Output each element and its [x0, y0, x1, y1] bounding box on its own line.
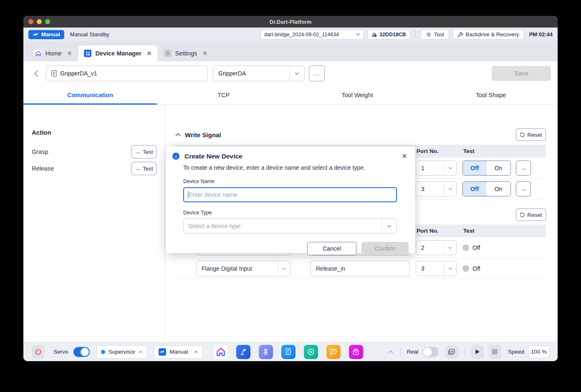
window-title: Dr.Dart-Platform — [23, 19, 558, 25]
device-type-selector[interactable]: GripperDA — [213, 65, 305, 81]
release-test-button[interactable]: → Test — [131, 162, 157, 175]
simulator-3d-button[interactable]: 3D — [445, 345, 458, 359]
app-dock — [214, 345, 363, 359]
port-selector[interactable]: 2 — [416, 240, 457, 255]
robot-id-chip[interactable]: 32DD18CB — [367, 30, 410, 40]
tool-button[interactable]: Tool — [421, 29, 449, 40]
device-name-field[interactable] — [46, 65, 208, 81]
on-button[interactable]: On — [486, 182, 510, 196]
servo-power-button[interactable] — [32, 345, 44, 359]
jog-pendant-app-icon[interactable] — [259, 345, 273, 359]
device-file-input[interactable] — [60, 70, 202, 77]
robot-mode-selector[interactable]: Manual — [154, 345, 202, 359]
signal-state-indicator — [462, 244, 469, 251]
reset-icon — [520, 212, 525, 218]
mode-badge[interactable]: Manual — [28, 30, 64, 39]
real-mode-toggle[interactable] — [422, 347, 439, 357]
svg-text:3D: 3D — [451, 350, 454, 353]
action-label: Grasp — [32, 148, 48, 155]
close-dialog-icon[interactable]: ✕ — [400, 152, 409, 160]
tab-home[interactable]: Home ✕ — [28, 45, 78, 61]
subtab-tool-shape[interactable]: Tool Shape — [424, 85, 558, 104]
project-selector[interactable]: dart-bridge_2024-09-02_114634 — [260, 30, 364, 40]
off-on-toggle: Off On — [462, 181, 511, 196]
task-writer-app-icon[interactable] — [281, 345, 296, 359]
tab-settings[interactable]: Settings ✕ — [158, 45, 213, 61]
stop-icon — [492, 349, 498, 354]
text-caret — [188, 191, 188, 199]
divider — [415, 31, 416, 38]
action-row-grasp: Grasp → Test — [32, 145, 157, 158]
send-signal-button[interactable]: → — [516, 161, 531, 176]
real-mode-label: Real — [407, 349, 418, 355]
role-status-dot — [101, 350, 105, 354]
robot-arm-app-icon[interactable] — [236, 345, 250, 359]
home-app-icon[interactable] — [214, 345, 228, 359]
clock: PM 02:44 — [529, 31, 553, 38]
io-type-selector[interactable]: Flange Digital Input — [196, 261, 290, 276]
off-button[interactable]: Off — [462, 181, 487, 196]
robot-lock-icon — [371, 32, 377, 38]
send-signal-button[interactable]: → — [516, 181, 531, 196]
action-panel-title: Action — [32, 129, 157, 136]
chevron-down-icon — [289, 66, 299, 81]
mode-status-text: Manual Standby — [70, 31, 109, 38]
back-button[interactable] — [30, 65, 43, 81]
divider — [465, 347, 465, 357]
subtab-communication[interactable]: Communication — [23, 85, 157, 104]
port-selector[interactable]: 1 — [416, 161, 457, 176]
chevron-down-icon — [356, 33, 360, 36]
role-selector[interactable]: Supervisor — [96, 345, 148, 359]
confirm-button[interactable]: Confirm — [361, 242, 409, 255]
write-signal-header: Write Signal Reset — [175, 128, 546, 141]
signal-name-input[interactable] — [311, 261, 410, 276]
close-tab-icon[interactable]: ✕ — [67, 50, 72, 57]
on-button[interactable]: On — [486, 161, 510, 175]
cancel-button[interactable]: Cancel — [307, 242, 356, 255]
stop-button[interactable] — [489, 345, 501, 359]
speed-label: Speed — [508, 349, 524, 355]
close-tab-icon[interactable]: ✕ — [147, 50, 152, 57]
arrow-right-icon: → — [135, 166, 141, 172]
device-name-input[interactable] — [189, 191, 392, 198]
tab-device-manager[interactable]: Device Manager ✕ — [78, 45, 157, 61]
dock-expand-chevron[interactable] — [388, 350, 393, 353]
servo-label: Servo — [53, 349, 68, 355]
grasp-test-button[interactable]: → Test — [131, 145, 157, 158]
port-selector[interactable]: 3 — [416, 181, 457, 196]
monitoring-app-icon[interactable] — [304, 345, 318, 359]
status-bar: Manual Manual Standby dart-bridge_2024-0… — [23, 28, 558, 41]
message-app-icon[interactable] — [326, 345, 341, 359]
home-tab-icon — [34, 50, 42, 57]
device-name-input-wrapper — [183, 187, 397, 202]
close-tab-icon[interactable]: ✕ — [202, 50, 207, 57]
backdrive-recovery-button[interactable]: Backdrive & Recovery — [452, 29, 524, 40]
wrench-icon — [457, 32, 463, 38]
device-type-select[interactable]: Select a device type — [183, 219, 397, 234]
device-toolbar: GripperDA ... Save — [23, 61, 558, 85]
subtab-tcp[interactable]: TCP — [157, 85, 290, 104]
dialog-title: Create New Device — [184, 153, 243, 160]
app-window: Dr.Dart-Platform Manual Manual Standby d… — [23, 16, 558, 361]
subtab-tool-weight[interactable]: Tool Weight — [290, 85, 424, 104]
collapse-chevron-icon[interactable] — [175, 133, 181, 136]
port-selector[interactable]: 3 — [416, 261, 457, 276]
reset-icon — [520, 132, 525, 138]
action-panel: Action Grasp → Test Release → Test — [23, 105, 165, 342]
more-options-button[interactable]: ... — [309, 65, 325, 81]
play-button[interactable] — [471, 345, 483, 359]
play-icon — [475, 349, 480, 354]
speed-value[interactable]: 100 % — [528, 346, 549, 358]
divider — [401, 347, 401, 357]
store-app-icon[interactable] — [349, 345, 363, 359]
read-signal-reset-button[interactable]: Reset — [516, 209, 546, 221]
action-row-release: Release → Test — [32, 162, 157, 175]
off-button[interactable]: Off — [462, 161, 487, 176]
write-signal-reset-button[interactable]: Reset — [516, 128, 546, 141]
section-title: Write Signal — [185, 131, 221, 138]
chevron-down-icon — [278, 261, 290, 276]
dialog-description: To create a new device, enter a device n… — [183, 164, 409, 171]
servo-toggle[interactable] — [73, 347, 90, 357]
save-button[interactable]: Save — [492, 66, 551, 81]
signal-state-indicator — [462, 265, 469, 272]
